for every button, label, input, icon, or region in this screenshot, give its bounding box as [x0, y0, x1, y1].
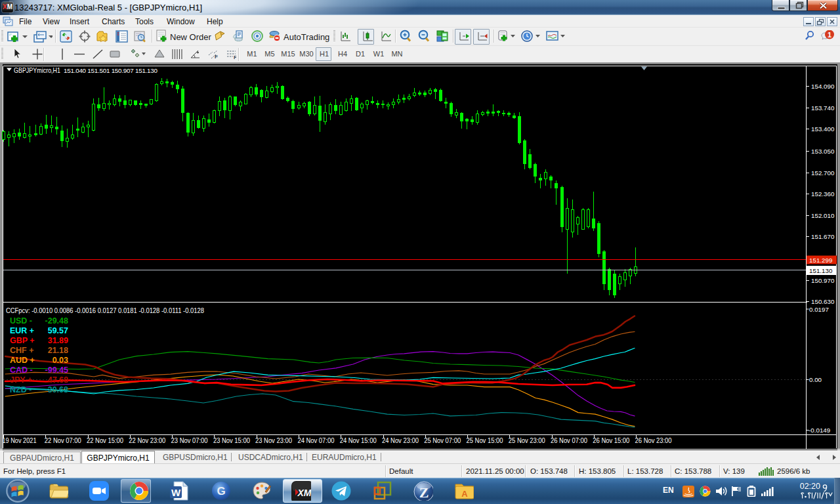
svg-text:NZD -: NZD - [10, 385, 32, 394]
svg-text:23 Nov 15:00: 23 Nov 15:00 [213, 437, 250, 444]
svg-text:153.740: 153.740 [811, 104, 835, 112]
svg-text:Z: Z [419, 484, 429, 501]
svg-text:23 Nov 07:00: 23 Nov 07:00 [171, 437, 208, 444]
svg-text:154.090: 154.090 [811, 83, 835, 90]
svg-text:XM: XM [297, 488, 312, 498]
svg-text:23 Nov 23:00: 23 Nov 23:00 [255, 437, 292, 444]
svg-text:152.700: 152.700 [811, 169, 835, 177]
svg-text:152.360: 152.360 [811, 190, 835, 198]
svg-text:150.970: 150.970 [811, 277, 835, 284]
svg-text:CAD -: CAD - [10, 366, 33, 375]
svg-text:EUR +: EUR + [10, 326, 34, 335]
svg-text:02:20: 02:20 [800, 482, 820, 491]
svg-text:25 Nov 23:00: 25 Nov 23:00 [509, 437, 545, 444]
svg-text:JPY +: JPY + [10, 375, 32, 385]
svg-text:59.57: 59.57 [48, 326, 68, 335]
svg-text:151.670: 151.670 [811, 233, 835, 240]
svg-text:A: A [461, 489, 468, 499]
svg-text:1: 1 [828, 31, 831, 39]
svg-text:25 Nov 15:00: 25 Nov 15:00 [467, 437, 503, 444]
svg-text:USD -: USD - [10, 316, 32, 326]
svg-text:151.299: 151.299 [809, 257, 832, 264]
svg-text:W: W [171, 487, 181, 498]
svg-text:22 Nov 23:00: 22 Nov 23:00 [129, 437, 165, 444]
svg-text:F: F [215, 54, 218, 60]
svg-text:153.400: 153.400 [811, 125, 835, 133]
svg-text:31.89: 31.89 [48, 336, 68, 345]
svg-text:19 Nov 2021: 19 Nov 2021 [3, 437, 37, 444]
svg-text:153.050: 153.050 [811, 148, 835, 155]
svg-text:24 Nov 23:00: 24 Nov 23:00 [382, 437, 419, 444]
svg-text:151.040 151.501 150.907 151.13: 151.040 151.501 150.907 151.130 [64, 67, 158, 74]
svg-text:-99.45: -99.45 [45, 366, 68, 375]
svg-text:22 Nov 07:00: 22 Nov 07:00 [45, 437, 81, 444]
svg-text:150.630: 150.630 [811, 298, 835, 305]
svg-text:24 Nov 15:00: 24 Nov 15:00 [340, 437, 377, 444]
svg-text:21.18: 21.18 [48, 346, 68, 355]
svg-text:GBP +: GBP + [10, 336, 35, 345]
svg-text:47.68: 47.68 [48, 375, 68, 385]
svg-text:26 Nov 15:00: 26 Nov 15:00 [593, 437, 629, 444]
svg-text:CHF +: CHF + [10, 346, 33, 355]
svg-text:24 Nov 07:00: 24 Nov 07:00 [297, 437, 334, 444]
svg-text:25 Nov 07:00: 25 Nov 07:00 [424, 437, 461, 444]
svg-text:22 Nov 15:00: 22 Nov 15:00 [87, 437, 123, 444]
svg-text:26 Nov 23:00: 26 Nov 23:00 [635, 437, 672, 444]
svg-text:0.00: 0.00 [809, 376, 822, 383]
svg-text:F: F [234, 54, 236, 60]
svg-text:0.0197: 0.0197 [809, 306, 829, 313]
svg-text:152.010: 152.010 [811, 212, 835, 219]
svg-text:-30.68: -30.68 [45, 385, 68, 394]
svg-text:-0.0149: -0.0149 [808, 427, 830, 434]
svg-text:0.03: 0.03 [52, 356, 68, 365]
svg-text:26 Nov 07:00: 26 Nov 07:00 [551, 437, 587, 444]
svg-text:AUD +: AUD + [10, 356, 35, 365]
svg-text:GBPJPYmicro,H1: GBPJPYmicro,H1 [14, 66, 60, 74]
svg-text:G: G [217, 485, 225, 497]
svg-text:CCFpcv: -0.0010 0.0086 -0.0016: CCFpcv: -0.0010 0.0086 -0.0016 0.0127 0.… [6, 306, 204, 314]
svg-text:-29.48: -29.48 [45, 316, 68, 326]
svg-text:151.130: 151.130 [809, 267, 833, 274]
